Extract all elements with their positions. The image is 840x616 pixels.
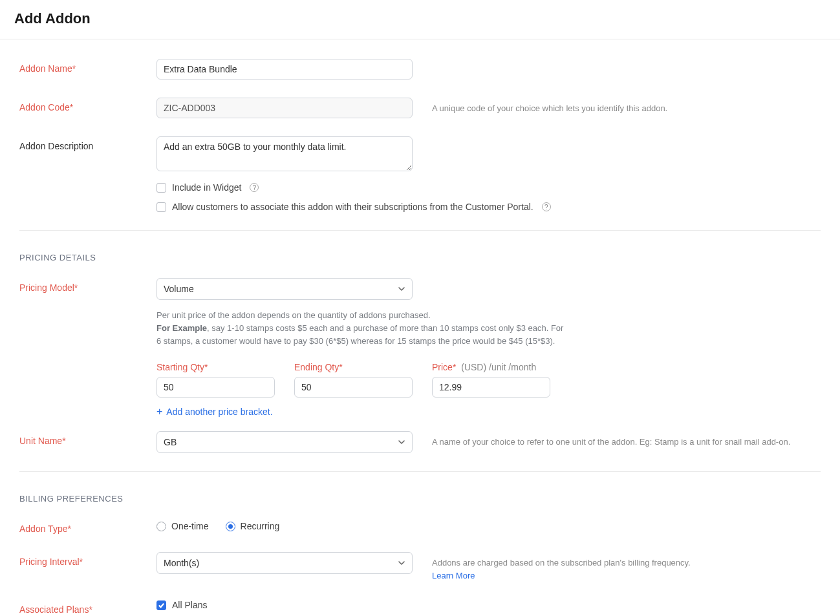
addon-desc-textarea[interactable] [156,136,413,171]
add-price-bracket-link[interactable]: + Add another price bracket. [156,407,821,417]
row-addon-code: Addon Code* A unique code of your choice… [19,98,821,118]
row-addon-desc: Addon Description [19,136,821,173]
label-price: Price* [432,362,456,372]
label-starting-qty: Starting Qty* [156,362,208,372]
label-addon-code: Addon Code* [19,98,156,112]
hint-unit-name: A name of your choice to refer to one un… [413,431,821,449]
starting-qty-input[interactable] [156,377,275,398]
pricing-model-select[interactable]: Volume [156,278,413,300]
chevron-down-icon [398,285,405,293]
label-associated-plans: Associated Plans* [19,600,156,615]
checkbox-label: Allow customers to associate this addon … [172,202,533,212]
label-price-unit: (USD) /unit /month [461,362,536,372]
radio-label: Recurring [241,521,280,531]
page-header: Add Addon [0,0,840,39]
section-pricing-heading: PRICING DETAILS [19,253,821,262]
learn-more-link[interactable]: Learn More [432,571,475,580]
label-unit-name: Unit Name* [19,431,156,446]
checkbox-allow-portal[interactable]: Allow customers to associate this addon … [156,202,821,212]
price-bracket-row: Starting Qty* Ending Qty* Price* (USD) /… [156,362,821,398]
pricing-interval-select[interactable]: Month(s) [156,552,413,574]
pricing-model-description: Per unit price of the addon depends on t… [156,309,570,348]
row-associated-plans: Associated Plans* All Plans [19,600,821,615]
select-value: Month(s) [164,558,199,568]
row-unit-name: Unit Name* GB A name of your choice to r… [19,431,821,453]
checkbox-icon [156,202,166,212]
label-pricing-model: Pricing Model* [19,278,156,293]
radio-icon [156,522,166,531]
label-addon-name: Addon Name* [19,59,156,74]
select-value: GB [164,437,177,447]
hint-addon-code: A unique code of your choice which lets … [413,98,821,115]
label-ending-qty: Ending Qty* [294,362,343,372]
ending-qty-input[interactable] [294,377,413,398]
divider [19,230,821,231]
checkbox-all-plans[interactable]: All Plans [156,600,207,610]
add-bracket-label: Add another price bracket. [166,407,272,417]
row-addon-name: Addon Name* [19,59,821,80]
form-body: Addon Name* Addon Code* A unique code of… [0,39,840,616]
hint-interval: Addons are charged based on the subscrib… [413,552,821,582]
label-addon-desc: Addon Description [19,136,156,151]
radio-recurring[interactable]: Recurring [226,521,280,531]
row-addon-type: Addon Type* One-time Recurring [19,519,821,534]
checkbox-icon [156,183,166,193]
checkbox-label: All Plans [172,600,207,610]
chevron-down-icon [398,438,405,446]
checkbox-label: Include in Widget [172,182,241,193]
checkbox-icon [156,600,166,610]
radio-icon [226,522,235,531]
label-addon-type: Addon Type* [19,519,156,534]
addon-name-input[interactable] [156,59,413,80]
row-pricing-model: Pricing Model* Volume [19,278,821,300]
chevron-down-icon [398,559,405,567]
plus-icon: + [156,407,162,417]
divider [19,471,821,472]
help-icon[interactable]: ? [542,202,551,211]
label-pricing-interval: Pricing Interval* [19,552,156,567]
row-pricing-interval: Pricing Interval* Month(s) Addons are ch… [19,552,821,582]
select-value: Volume [164,284,194,294]
unit-name-select[interactable]: GB [156,431,413,453]
page-title: Add Addon [14,10,826,27]
section-billing-heading: BILLING PREFERENCES [19,494,821,504]
checkbox-include-widget[interactable]: Include in Widget ? [156,182,821,193]
price-input[interactable] [432,377,550,398]
radio-one-time[interactable]: One-time [156,521,209,531]
radio-label: One-time [171,521,209,531]
help-icon[interactable]: ? [250,183,259,192]
addon-code-input[interactable] [156,98,413,118]
